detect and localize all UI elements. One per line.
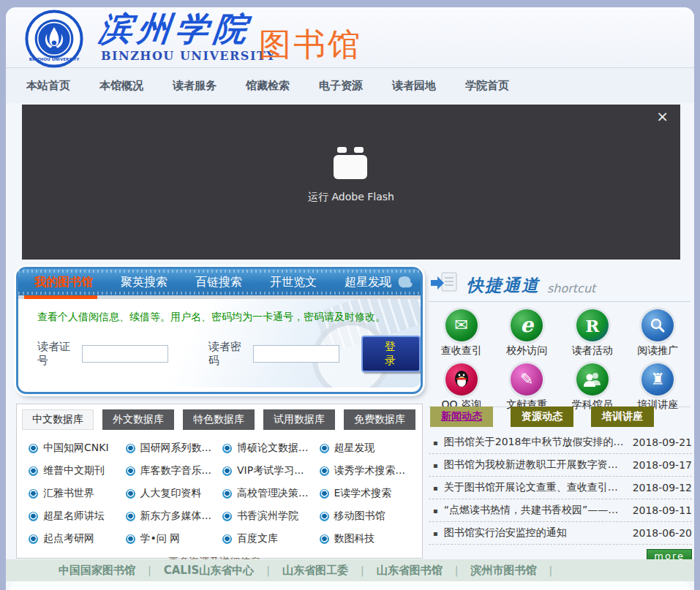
shortcut-item-qq-consult[interactable]: QQ 咨询	[429, 363, 494, 412]
bullet-icon	[29, 512, 38, 521]
news-item[interactable]: 图书馆实行治安监控的通知 2018-06-20	[429, 522, 692, 545]
flash-placeholder[interactable]: × 运行 Adobe Flash	[22, 105, 680, 260]
db-item[interactable]: 汇雅书世界	[29, 487, 126, 500]
shortcut-item-citation-check[interactable]: ✉ 查收查引	[429, 309, 494, 358]
db-item[interactable]: 新东方多媒体...	[126, 510, 223, 523]
shortcut-section: 快捷通道 shortcut ✉ 查收查引 e 校外访问 R 读者活动	[429, 265, 690, 407]
bullet-icon	[320, 512, 329, 521]
db-tab-trial[interactable]: 试用数据库	[263, 409, 335, 430]
main-panel: BINZHOU UNIVERSITY 滨州学院 BINZHOU UNIVERSI…	[6, 7, 694, 590]
db-item[interactable]: 起点考研网	[29, 532, 126, 545]
footer-link-binzhou-city-library[interactable]: 滨州市图书馆	[470, 564, 536, 578]
university-seal-icon[interactable]: BINZHOU UNIVERSITY	[25, 10, 83, 68]
svg-text:BINZHOU UNIVERSITY: BINZHOU UNIVERSITY	[29, 57, 80, 61]
flash-run-prompt: 运行 Adobe Flash	[22, 147, 680, 204]
db-item[interactable]: 博硕论文数据...	[222, 442, 320, 455]
db-tab-free[interactable]: 免费数据库	[344, 409, 415, 430]
shortcut-header-icon	[430, 271, 459, 297]
db-item[interactable]: 读秀学术搜索...	[320, 464, 417, 477]
db-item[interactable]: 书香滨州学院	[222, 510, 320, 523]
news-item[interactable]: 关于图书馆开展论文查重、查收查引等... 2018-09-12	[429, 477, 692, 499]
news-item[interactable]: 图书馆为我校新进教职工开展数字资源... 2018-09-17	[429, 454, 692, 477]
magnifier-globe-icon	[641, 309, 674, 341]
nav-item-catalog-search[interactable]: 馆藏检索	[246, 79, 290, 93]
nav-item-reader-services[interactable]: 读者服务	[173, 79, 217, 93]
db-item[interactable]: 人大复印资料	[126, 487, 223, 500]
db-item[interactable]: 高校管理决策...	[222, 487, 320, 500]
shortcut-item-plagiarism-check[interactable]: ✎ 文献查重	[494, 363, 560, 412]
databases-panel: 中文数据库 外文数据库 特色数据库 试用数据库 免费数据库 中国知网CNKI 国…	[16, 404, 423, 559]
login-button[interactable]: 登 录	[361, 336, 421, 372]
db-item[interactable]: 库客数字音乐...	[126, 464, 223, 477]
nav-item-library-overview[interactable]: 本馆概况	[99, 79, 143, 93]
db-item[interactable]: 数图科技	[320, 532, 417, 545]
shortcut-item-reader-activities[interactable]: R 读者活动	[560, 309, 625, 358]
db-tab-chinese[interactable]: 中文数据库	[22, 409, 94, 430]
reader-r-icon: R	[576, 309, 609, 341]
tab-kaishi-lanwen[interactable]: 开世览文	[270, 275, 317, 290]
footer-link-shandong-library[interactable]: 山东省图书馆	[377, 564, 443, 578]
db-item[interactable]: 中国知网CNKI	[29, 442, 126, 455]
nav-item-university-home[interactable]: 学院首页	[465, 79, 509, 93]
nav-item-reader-corner[interactable]: 读者园地	[392, 79, 436, 93]
university-name-cn: 滨州学院	[97, 7, 254, 51]
reader-id-input[interactable]	[82, 345, 168, 363]
bullet-icon	[126, 444, 135, 453]
news-item-date: 2018-06-20	[633, 527, 692, 539]
bullet-icon	[222, 534, 232, 544]
tab-my-library[interactable]: 我的图书馆	[34, 275, 93, 290]
nav-item-e-resources[interactable]: 电子资源	[319, 79, 363, 93]
news-tab-training[interactable]: 培训讲座	[591, 406, 654, 427]
footer-links-bar: 中国国家图书馆 | CALIS山东省中心 | 山东省图工委 | 山东省图书馆 |…	[6, 559, 694, 581]
db-item[interactable]: 国研网系列数...	[126, 442, 223, 455]
footer-separator: |	[455, 564, 459, 576]
qq-penguin-icon	[445, 363, 478, 396]
shortcut-grid: ✉ 查收查引 e 校外访问 R 读者活动 阅读推广	[429, 309, 690, 412]
db-item[interactable]: 超星发现	[320, 442, 417, 455]
cloud-decoration-icon	[377, 273, 413, 294]
news-item[interactable]: “点燃读书热情，共建书香校园”——图... 2018-09-11	[429, 499, 692, 522]
news-item-date: 2018-09-12	[633, 482, 692, 493]
footer-link-shandong-library-committee[interactable]: 山东省图工委	[282, 564, 348, 578]
db-item[interactable]: 超星名师讲坛	[29, 510, 126, 523]
news-item-date: 2018-09-17	[633, 459, 692, 471]
reader-password-label: 读者密码	[208, 340, 247, 368]
shortcut-item-reading-promotion[interactable]: 阅读推广	[625, 309, 691, 358]
envelope-icon: ✉	[445, 309, 478, 341]
bullet-icon	[320, 489, 329, 499]
bullet-icon	[29, 444, 38, 453]
castle-icon: ♜	[641, 363, 674, 396]
shortcut-title-cn: 快捷通道	[467, 274, 540, 297]
db-item[interactable]: 移动图书馆	[320, 510, 417, 523]
shortcut-item-subject-librarian[interactable]: 学科馆员	[560, 363, 625, 412]
db-item[interactable]: E读学术搜索	[320, 487, 417, 500]
db-item[interactable]: VIP考试学习...	[222, 464, 320, 477]
login-area: 查看个人借阅信息、续借等。用户名、密码均为一卡通号，密码请及时修改。 读者证号 …	[18, 299, 421, 387]
db-item[interactable]: 维普中文期刊	[29, 464, 126, 477]
tab-juying-search[interactable]: 聚英搜索	[121, 275, 168, 290]
db-tab-foreign[interactable]: 外文数据库	[102, 409, 174, 430]
footer-link-calis-shandong[interactable]: CALIS山东省中心	[164, 564, 255, 578]
main-nav: 本站首页 本馆概况 读者服务 馆藏检索 电子资源 读者园地 学院首页	[6, 68, 694, 103]
news-tab-news[interactable]: 新闻动态	[430, 406, 493, 427]
footer-separator: |	[361, 564, 364, 576]
db-tab-special[interactable]: 特色数据库	[183, 409, 255, 430]
news-item[interactable]: 图书馆关于2018年中秋节放假安排的通... 2018-09-21	[429, 431, 692, 454]
flash-run-label[interactable]: 运行 Adobe Flash	[22, 191, 680, 204]
db-item[interactable]: 百度文库	[222, 532, 320, 545]
nav-item-site-home[interactable]: 本站首页	[26, 79, 70, 93]
news-item-title: “点燃读书热情，共建书香校园”——图...	[444, 504, 627, 517]
bullet-icon	[320, 534, 329, 544]
shortcut-item-offcampus-access[interactable]: e 校外访问	[494, 309, 560, 358]
reader-password-input[interactable]	[253, 345, 339, 363]
footer-link-national-library[interactable]: 中国国家图书馆	[59, 564, 135, 578]
login-form: 读者证号 读者密码 登 录	[37, 336, 421, 372]
news-item-title: 图书馆为我校新进教职工开展数字资源...	[444, 458, 627, 472]
close-icon[interactable]: ×	[656, 109, 669, 124]
shortcut-item-training-lectures[interactable]: ♜ 培训讲座	[625, 363, 691, 412]
flash-plugin-icon[interactable]	[334, 147, 369, 181]
my-library-panel: 我的图书馆 聚英搜索 百链搜索 开世览文 超星发现 查看个人借阅信息、续借等。用…	[16, 267, 423, 394]
tab-bailian-search[interactable]: 百链搜索	[195, 275, 242, 290]
news-tab-resources[interactable]: 资源动态	[511, 406, 573, 427]
db-item[interactable]: 学•问 网	[126, 532, 223, 545]
